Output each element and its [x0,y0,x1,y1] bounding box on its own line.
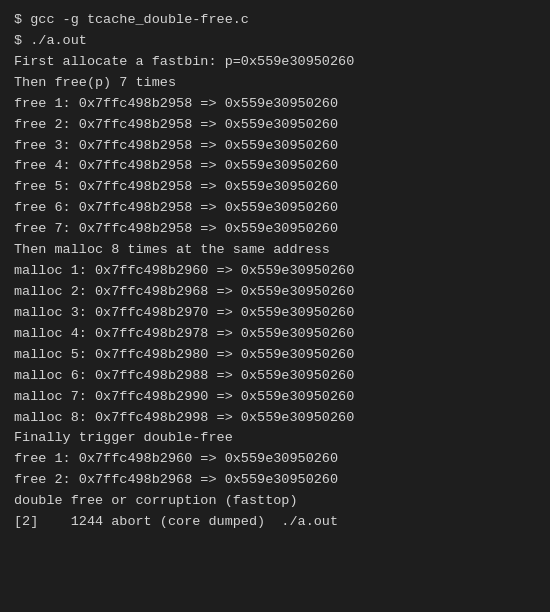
terminal-line: Finally trigger double-free [14,428,536,449]
terminal-line: malloc 7: 0x7ffc498b2990 => 0x559e309502… [14,387,536,408]
terminal-line: double free or corruption (fasttop) [14,491,536,512]
terminal-line: [2] 1244 abort (core dumped) ./a.out [14,512,536,533]
terminal-line: free 2: 0x7ffc498b2968 => 0x559e30950260 [14,470,536,491]
terminal-line: malloc 8: 0x7ffc498b2998 => 0x559e309502… [14,408,536,429]
terminal-line: free 5: 0x7ffc498b2958 => 0x559e30950260 [14,177,536,198]
terminal-line: free 1: 0x7ffc498b2960 => 0x559e30950260 [14,449,536,470]
terminal: $ gcc -g tcache_double-free.c$ ./a.outFi… [0,0,550,612]
terminal-line: free 2: 0x7ffc498b2958 => 0x559e30950260 [14,115,536,136]
terminal-line: malloc 5: 0x7ffc498b2980 => 0x559e309502… [14,345,536,366]
terminal-line: malloc 1: 0x7ffc498b2960 => 0x559e309502… [14,261,536,282]
terminal-line: $ gcc -g tcache_double-free.c [14,10,536,31]
terminal-line: free 3: 0x7ffc498b2958 => 0x559e30950260 [14,136,536,157]
terminal-line: $ ./a.out [14,31,536,52]
terminal-line: free 7: 0x7ffc498b2958 => 0x559e30950260 [14,219,536,240]
terminal-line: free 4: 0x7ffc498b2958 => 0x559e30950260 [14,156,536,177]
terminal-line: Then malloc 8 times at the same address [14,240,536,261]
terminal-line: malloc 4: 0x7ffc498b2978 => 0x559e309502… [14,324,536,345]
terminal-line: First allocate a fastbin: p=0x559e309502… [14,52,536,73]
terminal-line: malloc 2: 0x7ffc498b2968 => 0x559e309502… [14,282,536,303]
terminal-line: malloc 6: 0x7ffc498b2988 => 0x559e309502… [14,366,536,387]
terminal-line: free 1: 0x7ffc498b2958 => 0x559e30950260 [14,94,536,115]
terminal-line: malloc 3: 0x7ffc498b2970 => 0x559e309502… [14,303,536,324]
terminal-line: free 6: 0x7ffc498b2958 => 0x559e30950260 [14,198,536,219]
terminal-line: Then free(p) 7 times [14,73,536,94]
